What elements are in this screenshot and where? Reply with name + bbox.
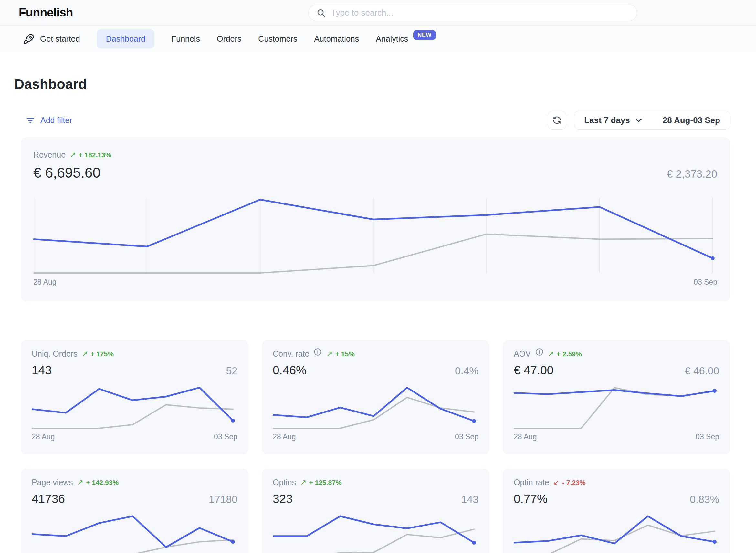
nav-item-label: Dashboard <box>106 34 145 44</box>
trend-value: - 7.23% <box>562 479 586 486</box>
trend-up-icon: ↗ <box>77 478 83 487</box>
metric-chart <box>514 514 719 553</box>
axis-start-label: 28 Aug <box>33 278 57 287</box>
date-range-control: Last 7 days 28 Aug-03 Sep <box>574 111 730 130</box>
metric-label: Optins <box>273 478 296 487</box>
metric-label: Page views <box>32 478 73 487</box>
new-badge: NEW <box>413 30 436 40</box>
trend-up-icon: ↗ <box>70 151 76 159</box>
toolbar: Add filter Last 7 days 28 Aug-03 Sep <box>0 111 756 130</box>
metric-compare-value: 52 <box>226 365 237 377</box>
metric-cards-grid: Uniq. Orders ↗ + 175% 143 52 28 Aug 03 S… <box>21 340 730 553</box>
range-preset-dropdown[interactable]: Last 7 days <box>575 111 653 129</box>
info-icon[interactable] <box>313 347 322 356</box>
trend-value: + 15% <box>335 350 355 358</box>
app-logo: Funnelish <box>19 6 73 19</box>
metric-chart <box>514 385 719 429</box>
range-preset-label: Last 7 days <box>584 115 630 125</box>
metric-value: 143 <box>32 364 52 377</box>
metric-compare-value: € 2,373.20 <box>667 168 717 180</box>
top-header: Funnelish <box>0 0 756 25</box>
global-search[interactable] <box>308 5 637 21</box>
main-nav: Get started Dashboard Funnels Orders Cus… <box>0 25 756 52</box>
add-filter-button[interactable]: Add filter <box>25 115 72 125</box>
info-icon[interactable] <box>535 347 544 356</box>
nav-item-analytics[interactable]: Analytics NEW <box>376 34 436 44</box>
trend-down-icon: ↙ <box>553 478 559 487</box>
add-filter-label: Add filter <box>41 115 72 125</box>
metric-compare-value: 17180 <box>209 493 237 505</box>
trend-up-icon: ↗ <box>82 349 88 358</box>
search-icon <box>316 8 326 18</box>
trend-value: + 182.13% <box>78 151 111 159</box>
conv-rate-card: Conv. rate ↗ + 15% 0.46% 0.4% 28 Aug 03 … <box>262 340 489 455</box>
metric-compare-value: 143 <box>461 493 478 505</box>
search-input[interactable] <box>331 8 629 18</box>
trend-badge: ↗ + 182.13% <box>70 151 111 159</box>
metric-chart <box>32 385 237 429</box>
trend-badge: ↗ + 125.87% <box>300 478 342 487</box>
metric-label: Optin rate <box>514 478 549 487</box>
nav-item-funnels[interactable]: Funnels <box>171 34 200 44</box>
metric-chart <box>273 514 478 553</box>
trend-value: + 125.87% <box>309 479 342 486</box>
metric-compare-value: € 46.00 <box>685 365 719 377</box>
metric-label: Conv. rate <box>273 349 309 359</box>
metric-label: Uniq. Orders <box>32 349 78 359</box>
optins-card: Optins ↗ + 125.87% 323 143 28 Aug 03 Sep <box>262 469 489 553</box>
metric-value: 0.46% <box>273 364 307 377</box>
metric-compare-value: 0.4% <box>455 365 478 377</box>
metric-chart <box>273 385 478 429</box>
refresh-icon <box>552 115 562 125</box>
trend-badge: ↗ + 142.93% <box>77 478 119 487</box>
nav-item-label: Analytics <box>376 34 408 44</box>
metric-value: € 6,695.60 <box>33 165 100 181</box>
metric-value: 323 <box>273 492 293 506</box>
axis-end-label: 03 Sep <box>696 432 719 441</box>
nav-item-automations[interactable]: Automations <box>314 34 359 44</box>
trend-badge: ↗ + 2.59% <box>548 349 582 358</box>
range-dates-label: 28 Aug-03 Sep <box>663 115 720 125</box>
rocket-icon <box>23 32 35 45</box>
metric-chart <box>32 514 237 553</box>
uniq-orders-card: Uniq. Orders ↗ + 175% 143 52 28 Aug 03 S… <box>21 340 248 455</box>
metric-value: € 47.00 <box>514 364 553 377</box>
metric-label: AOV <box>514 349 531 359</box>
axis-end-label: 03 Sep <box>455 432 478 441</box>
trend-badge: ↗ + 15% <box>326 349 355 358</box>
optin-rate-card: Optin rate ↙ - 7.23% 0.77% 0.83% 28 Aug … <box>503 469 730 553</box>
metric-value: 41736 <box>32 492 65 506</box>
aov-card: AOV ↗ + 2.59% € 47.00 € 46.00 28 Aug 03 … <box>503 340 730 455</box>
filter-icon <box>25 115 35 125</box>
page-title: Dashboard <box>14 76 756 92</box>
metric-compare-value: 0.83% <box>690 493 719 505</box>
nav-item-orders[interactable]: Orders <box>217 34 241 44</box>
trend-badge: ↙ - 7.23% <box>553 478 586 487</box>
nav-item-label: Orders <box>217 34 241 44</box>
axis-start-label: 28 Aug <box>273 432 296 441</box>
trend-up-icon: ↗ <box>300 478 306 487</box>
nav-item-customers[interactable]: Customers <box>258 34 297 44</box>
trend-value: + 142.93% <box>86 479 119 486</box>
axis-start-label: 28 Aug <box>32 432 55 441</box>
trend-up-icon: ↗ <box>548 349 554 358</box>
refresh-button[interactable] <box>548 111 566 130</box>
revenue-card: Revenue ↗ + 182.13% € 6,695.60 € 2,373.2… <box>21 137 730 301</box>
nav-item-label: Funnels <box>171 34 200 44</box>
trend-value: + 2.59% <box>557 350 582 358</box>
nav-item-dashboard[interactable]: Dashboard <box>97 29 154 49</box>
metric-label: Revenue <box>33 150 66 160</box>
axis-start-label: 28 Aug <box>514 432 537 441</box>
trend-up-icon: ↗ <box>326 349 332 358</box>
chevron-down-icon <box>634 116 643 125</box>
revenue-chart <box>33 197 717 274</box>
page-views-card: Page views ↗ + 142.93% 41736 17180 28 Au… <box>21 469 248 553</box>
nav-item-label: Get started <box>40 34 80 44</box>
axis-end-label: 03 Sep <box>694 278 717 287</box>
metric-value: 0.77% <box>514 492 548 506</box>
nav-item-label: Automations <box>314 34 359 44</box>
nav-item-get-started[interactable]: Get started <box>23 32 80 45</box>
range-dates-button[interactable]: 28 Aug-03 Sep <box>653 111 730 129</box>
trend-badge: ↗ + 175% <box>82 349 114 358</box>
cards-area: Revenue ↗ + 182.13% € 6,695.60 € 2,373.2… <box>21 137 730 553</box>
